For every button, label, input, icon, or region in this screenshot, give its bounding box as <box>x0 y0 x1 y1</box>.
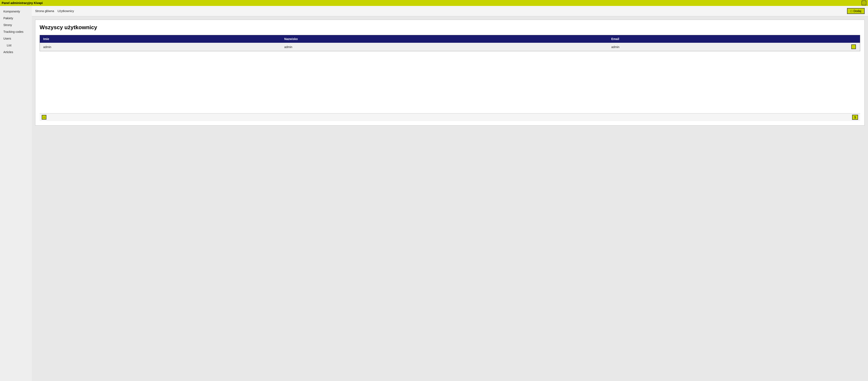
bottom-left-icon: □ <box>43 116 45 119</box>
cell-imie: admin <box>40 43 281 51</box>
top-bar-icon: □ <box>863 1 865 5</box>
top-bar: Panel administracyjny Kivapi □ <box>0 0 868 6</box>
app-title: Panel administracyjny Kivapi <box>2 1 43 5</box>
breadcrumb: Strona główna Użytkownicy <box>35 9 74 13</box>
sidebar-item-articles[interactable]: Articles <box>0 49 32 56</box>
cell-action <box>847 43 860 51</box>
sidebar-item-tracking-codes[interactable]: Tracking codes <box>0 28 32 35</box>
cell-nazwisko: admin <box>281 43 608 51</box>
add-button[interactable]: □ Dodaj <box>847 8 865 14</box>
table-body: adminadminadmin <box>40 43 860 51</box>
sidebar-item-list[interactable]: List <box>0 42 32 49</box>
sidebar-item-pakiety[interactable]: Pakiety <box>0 15 32 22</box>
row-action-button[interactable] <box>851 44 856 49</box>
sidebar-item-komponenty[interactable]: Komponenty <box>0 8 32 15</box>
sidebar-item-strony[interactable]: Strony <box>0 22 32 28</box>
add-button-label: Dodaj <box>854 9 861 13</box>
col-imie: Imie <box>40 35 281 43</box>
users-table: Imie Nazwisko Email adminadminadmin <box>40 35 860 51</box>
content-panel: Wszyscy użytkownicy Imie Nazwisko Email … <box>35 20 865 126</box>
bottom-bar: □ 1 <box>40 113 860 121</box>
page-title: Wszyscy użytkownicy <box>40 24 860 31</box>
table-header-row: Imie Nazwisko Email <box>40 35 860 43</box>
sidebar: Komponenty Pakiety Strony Tracking codes… <box>0 6 32 381</box>
breadcrumb-link-home[interactable]: Strona główna <box>35 9 54 13</box>
bottom-left-button[interactable]: □ <box>42 115 46 120</box>
cell-email: admin <box>608 43 847 51</box>
breadcrumb-bar: Strona główna Użytkownicy □ Dodaj <box>32 6 868 16</box>
top-bar-icon-button[interactable]: □ <box>862 1 866 5</box>
table-row: adminadminadmin <box>40 43 860 51</box>
add-button-icon: □ <box>850 9 852 13</box>
breadcrumb-link-users[interactable]: Użytkownicy <box>58 9 74 13</box>
table-header: Imie Nazwisko Email <box>40 35 860 43</box>
content-area: Wszyscy użytkownicy Imie Nazwisko Email … <box>32 16 868 381</box>
col-nazwisko: Nazwisko <box>281 35 608 43</box>
col-actions <box>847 35 860 43</box>
page-number: 1 <box>852 115 858 120</box>
main-content: Strona główna Użytkownicy □ Dodaj Wszysc… <box>32 6 868 381</box>
layout: Komponenty Pakiety Strony Tracking codes… <box>0 6 868 381</box>
col-email: Email <box>608 35 847 43</box>
sidebar-item-users[interactable]: Users <box>0 35 32 42</box>
